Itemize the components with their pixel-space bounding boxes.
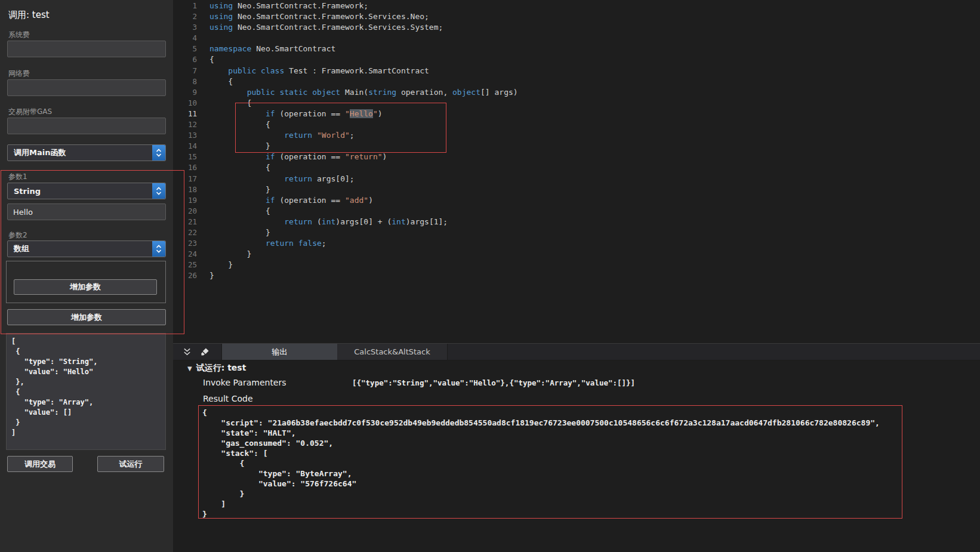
code-lines: 1using Neo.SmartContract.Framework;2usin…	[173, 1, 980, 281]
result-code-json: { "script": "21a06b38efaecbdd7c0f530ce95…	[202, 408, 902, 519]
code-line: 7 public class Test : Framework.SmartCon…	[173, 66, 980, 76]
code-text: }	[209, 249, 251, 260]
line-number: 4	[173, 33, 209, 44]
line-number: 15	[173, 152, 209, 162]
attached-gas-input[interactable]	[7, 118, 166, 134]
code-text: {	[209, 119, 270, 130]
line-number: 9	[173, 87, 209, 98]
line-number: 8	[173, 76, 209, 87]
code-line: 3using Neo.SmartContract.Framework.Servi…	[173, 22, 980, 33]
code-text: if (operation == "Hello")	[209, 109, 383, 119]
code-line: 14 }	[173, 141, 980, 152]
result-code-box: { "script": "21a06b38efaecbdd7c0f530ce95…	[198, 405, 902, 519]
array-items-panel: 增加参数	[6, 261, 166, 303]
tab-calcstack-altstack[interactable]: CalcStack&AltStack	[337, 344, 448, 360]
system-fee-input[interactable]	[7, 41, 166, 57]
line-number: 26	[173, 270, 209, 281]
code-line: 22 }	[173, 227, 980, 238]
param2-type-dropdown[interactable]: 数组	[7, 240, 166, 257]
code-text: {	[209, 162, 270, 173]
invoke-parameters-value: [{"type":"String","value":"Hello"},{"typ…	[352, 378, 635, 387]
line-number: 25	[173, 260, 209, 270]
test-run-result-header[interactable]: ▼ 试运行: test	[187, 363, 246, 374]
main-function-dropdown-label: 调用Main函数	[8, 147, 152, 158]
param2-type-dropdown-label: 数组	[8, 243, 152, 254]
main-function-dropdown[interactable]: 调用Main函数	[7, 144, 166, 161]
line-number: 7	[173, 66, 209, 76]
code-text: public static object Main(string operati…	[209, 87, 518, 98]
code-text: {	[209, 206, 270, 217]
network-fee-input[interactable]	[7, 79, 166, 96]
line-number: 6	[173, 54, 209, 65]
code-text: }	[209, 270, 214, 281]
line-number: 1	[173, 1, 209, 11]
clear-output-icon[interactable]	[199, 347, 210, 357]
line-number: 22	[173, 227, 209, 238]
code-line: 4	[173, 33, 980, 44]
code-text: namespace Neo.SmartContract	[209, 44, 335, 54]
output-toolbar	[173, 344, 222, 360]
code-text: using Neo.SmartContract.Framework.Servic…	[209, 11, 429, 22]
code-line: 12 {	[173, 119, 980, 130]
code-line: 9 public static object Main(string opera…	[173, 87, 980, 98]
code-line: 1using Neo.SmartContract.Framework;	[173, 1, 980, 11]
code-text: public class Test : Framework.SmartContr…	[209, 66, 429, 76]
param1-type-dropdown[interactable]: String	[7, 183, 166, 199]
code-text: using Neo.SmartContract.Framework;	[209, 1, 368, 11]
code-line: 21 return (int)args[0] + (int)args[1];	[173, 217, 980, 227]
code-text: return (int)args[0] + (int)args[1];	[209, 217, 448, 227]
line-number: 19	[173, 195, 209, 206]
invoke-transaction-button[interactable]: 调用交易	[7, 456, 73, 472]
code-text: return false;	[209, 238, 326, 249]
line-number: 12	[173, 119, 209, 130]
line-number: 3	[173, 22, 209, 33]
code-text: if (operation == "add")	[209, 195, 373, 206]
tab-output[interactable]: 输出	[222, 344, 337, 360]
param2-label: 参数2	[8, 230, 27, 240]
code-line: 2using Neo.SmartContract.Framework.Servi…	[173, 11, 980, 22]
chevron-up-down-icon	[152, 183, 165, 199]
code-text: }	[209, 141, 270, 152]
code-line: 16 {	[173, 162, 980, 173]
code-text: return args[0];	[209, 174, 355, 184]
code-text: {	[209, 76, 233, 87]
code-line: 5namespace Neo.SmartContract	[173, 44, 980, 54]
line-number: 20	[173, 206, 209, 217]
code-line: 17 return args[0];	[173, 174, 980, 184]
code-text: using Neo.SmartContract.Framework.Servic…	[209, 22, 443, 33]
add-param-button[interactable]: 增加参数	[7, 309, 166, 325]
code-editor[interactable]: 1using Neo.SmartContract.Framework;2usin…	[173, 0, 980, 343]
invoke-parameters-label: Invoke Paramenters	[203, 378, 286, 387]
code-text: }	[209, 227, 270, 238]
code-text: }	[209, 184, 270, 195]
params-json-preview[interactable]: [ { "type": "String", "value": "Hello" }…	[6, 333, 166, 450]
code-line: 11 if (operation == "Hello")	[173, 109, 980, 119]
collapse-triangle-icon: ▼	[187, 365, 192, 372]
code-line: 15 if (operation == "return")	[173, 152, 980, 162]
invoke-title: 调用: test	[8, 10, 50, 21]
line-number: 24	[173, 249, 209, 260]
output-tabstrip: 输出 CalcStack&AltStack	[173, 344, 980, 360]
code-line: 13 return "World";	[173, 130, 980, 141]
add-param-inner-button[interactable]: 增加参数	[14, 279, 157, 295]
code-line: 18 }	[173, 184, 980, 195]
code-line: 10 {	[173, 98, 980, 109]
code-text: {	[209, 98, 251, 109]
code-line: 26}	[173, 270, 980, 281]
code-line: 19 if (operation == "add")	[173, 195, 980, 206]
invoke-sidebar: 调用: test 系统费 网络费 交易附带GAS 调用Main函数 参数1 St…	[0, 0, 173, 552]
line-number: 14	[173, 141, 209, 152]
code-text: {	[209, 54, 214, 65]
line-number: 21	[173, 217, 209, 227]
code-line: 25 }	[173, 260, 980, 270]
output-panel: 输出 CalcStack&AltStack ▼ 试运行: test Invoke…	[173, 343, 980, 552]
test-run-button[interactable]: 试运行	[97, 456, 164, 472]
collapse-panel-icon[interactable]	[181, 347, 192, 357]
code-line: 8 {	[173, 76, 980, 87]
line-number: 16	[173, 162, 209, 173]
code-line: 24 }	[173, 249, 980, 260]
param1-type-dropdown-label: String	[8, 187, 152, 196]
param1-value-input[interactable]	[7, 203, 166, 220]
code-text: return "World";	[209, 130, 355, 141]
line-number: 5	[173, 44, 209, 54]
